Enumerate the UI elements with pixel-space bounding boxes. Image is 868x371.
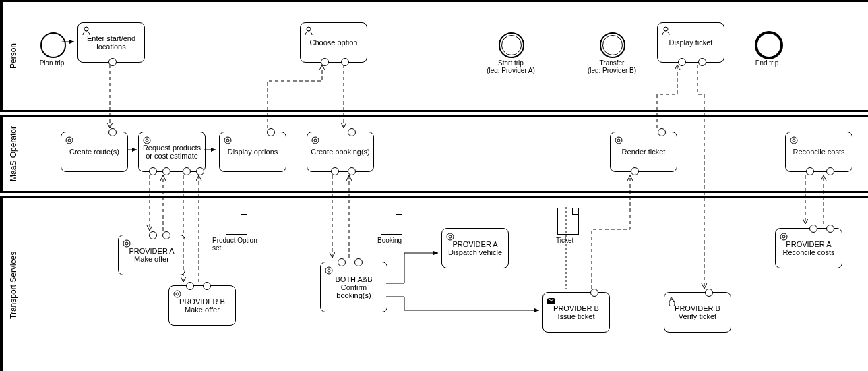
gear-icon (222, 135, 233, 146)
hand-icon (667, 295, 678, 306)
dataobj-booking-label: Booking (377, 237, 431, 244)
svg-point-0 (84, 27, 88, 31)
event-start-trip-label: Start trip (leg: Provider A) (480, 59, 541, 74)
gear-icon (172, 289, 183, 299)
pool-transport: Transport Services PROVIDER A Make offer… (0, 196, 868, 371)
event-start-trip (499, 32, 524, 58)
dataobj-booking (381, 208, 402, 235)
start-event-plan-trip (40, 32, 66, 58)
svg-point-8 (226, 139, 229, 142)
svg-point-21 (447, 233, 454, 240)
task-create-bookings-label: Create booking(s) (311, 148, 369, 156)
user-icon (660, 26, 671, 36)
svg-point-3 (66, 137, 73, 144)
svg-point-9 (312, 137, 319, 144)
task-provider-b-issue: PROVIDER B Issue ticket (542, 292, 610, 333)
end-event-end-trip-label: End trip (737, 59, 797, 67)
svg-point-14 (793, 139, 795, 142)
task-reconcile-costs-label: Reconcile costs (793, 148, 844, 156)
task-provider-a-offer-label: PROVIDER A Make offer (129, 247, 174, 263)
task-enter-locations-label: Enter start/end locations (81, 34, 142, 51)
task-display-options-label: Display options (228, 148, 278, 156)
task-render-ticket: Render ticket (610, 132, 677, 172)
gear-icon (64, 135, 75, 146)
dataobj-ticket-label: Ticket (556, 237, 610, 244)
svg-point-4 (68, 139, 71, 142)
pool-maas: MaaS Operator Create route(s) Request pr… (0, 115, 868, 193)
user-icon (303, 26, 314, 36)
task-provider-b-issue-label: PROVIDER B Issue ticket (553, 304, 599, 320)
task-choose-option: Choose option (300, 22, 367, 63)
task-provider-a-offer: PROVIDER A Make offer (118, 235, 185, 275)
task-request-products: Request products or cost estimate (138, 132, 206, 172)
user-icon (81, 26, 92, 36)
task-create-routes: Create route(s) (61, 132, 128, 172)
svg-point-5 (144, 137, 150, 144)
svg-point-24 (780, 233, 787, 240)
svg-point-1 (307, 27, 311, 31)
svg-point-15 (123, 240, 130, 247)
svg-point-16 (125, 242, 128, 245)
svg-point-6 (146, 139, 148, 142)
task-reconcile-costs: Reconcile costs (785, 132, 852, 172)
svg-point-13 (790, 137, 797, 144)
svg-point-19 (326, 267, 332, 274)
lane-label-maas: MaaS Operator (2, 117, 24, 191)
gear-icon (445, 231, 456, 242)
task-provider-b-verify: PROVIDER B Verify ticket (664, 292, 731, 333)
task-display-options: Display options (219, 132, 286, 172)
gear-icon (613, 135, 624, 146)
lane-label-person: Person (2, 2, 24, 110)
task-display-ticket-label: Display ticket (669, 38, 713, 47)
gear-icon (323, 265, 334, 276)
task-provider-a-dispatch: PROVIDER A Dispatch vehicle (441, 228, 509, 268)
svg-point-17 (174, 291, 181, 297)
svg-point-7 (224, 137, 231, 144)
task-request-products-label: Request products or cost estimate (142, 144, 202, 160)
svg-point-12 (617, 139, 620, 142)
task-provider-a-reconcile: PROVIDER A Reconcile costs (775, 228, 842, 268)
task-create-routes-label: Create route(s) (69, 148, 119, 156)
task-provider-a-reconcile-label: PROVIDER A Reconcile costs (782, 240, 834, 256)
task-provider-a-dispatch-label: PROVIDER A Dispatch vehicle (448, 240, 502, 256)
task-both-confirm: BOTH A&B Confirm booking(s) (320, 262, 388, 312)
task-display-ticket: Display ticket (657, 22, 724, 63)
end-event-end-trip (755, 31, 783, 59)
svg-point-10 (314, 139, 317, 142)
task-both-confirm-label: BOTH A&B Confirm booking(s) (323, 275, 384, 299)
event-transfer-label: Transfer (leg: Provider B) (582, 59, 642, 74)
dataobj-ticket (557, 208, 579, 235)
gear-icon (788, 135, 799, 146)
svg-point-25 (782, 235, 785, 238)
gear-icon (310, 135, 321, 146)
dataobj-product-option-set-label: Product Option set (212, 237, 266, 252)
pool-person: Person Plan trip Enter start/end locatio… (0, 0, 868, 112)
lane-label-transport: Transport Services (2, 198, 24, 371)
task-choose-option-label: Choose option (310, 38, 358, 47)
event-transfer (600, 32, 625, 58)
dataobj-product-option-set (226, 208, 247, 235)
svg-point-22 (449, 235, 452, 238)
task-provider-b-verify-label: PROVIDER B Verify ticket (675, 304, 720, 320)
task-provider-b-offer-label: PROVIDER B Make offer (179, 297, 225, 314)
start-event-plan-trip-label: Plan trip (22, 59, 82, 67)
task-enter-locations: Enter start/end locations (78, 22, 145, 63)
envelope-icon (546, 295, 557, 306)
svg-point-20 (328, 269, 330, 272)
gear-icon (778, 231, 789, 242)
gear-icon (121, 238, 132, 249)
svg-point-11 (615, 137, 622, 144)
task-render-ticket-label: Render ticket (622, 148, 666, 156)
svg-point-18 (176, 293, 179, 295)
task-provider-b-offer: PROVIDER B Make offer (168, 285, 236, 326)
gear-icon (142, 135, 152, 146)
task-create-bookings: Create booking(s) (307, 132, 374, 172)
svg-point-2 (664, 27, 668, 31)
